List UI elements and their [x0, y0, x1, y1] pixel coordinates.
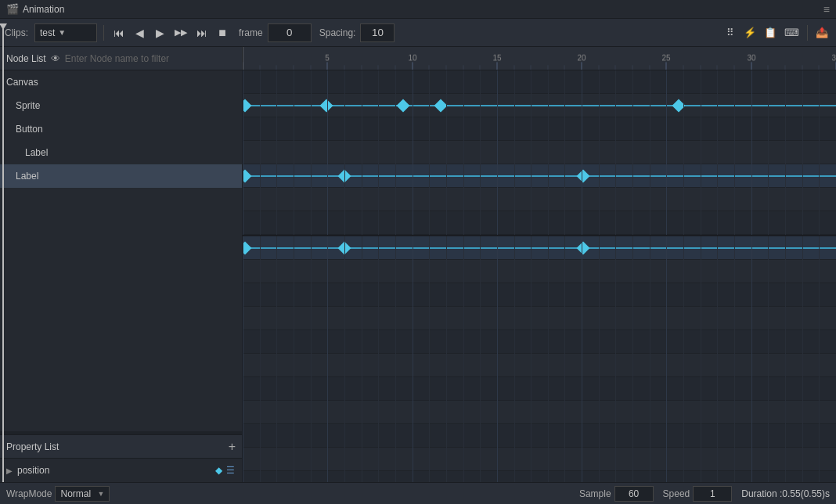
toolbar-right-icons: ⠿ ⚡ 📋 ⌨ 📤: [722, 23, 831, 43]
property-list-area: Property List + ▶ position ◆ ☰: [0, 434, 242, 482]
skip-end-button[interactable]: ⏭: [193, 23, 211, 43]
status-bar: WrapMode Normal ▼ Sample 60 Speed 1 Dura…: [0, 482, 836, 504]
prop-track-empty-7: [243, 401, 836, 424]
keyframe-label2-1[interactable]: [243, 169, 251, 182]
node-label-canvas: Canvas: [6, 77, 38, 88]
left-panel: Node List 👁 Canvas Sprite Button Label L…: [0, 47, 243, 482]
prop-track-empty-5: [243, 354, 836, 377]
toolbar: Clips: test ▼ ⏮ ◀ ▶ ▶▶ ⏭ ■ frame Spacing…: [0, 19, 836, 47]
sample-label: Sample: [579, 488, 611, 499]
keyframe-sprite-3[interactable]: [397, 99, 410, 112]
keyframe-sprite-4[interactable]: [434, 99, 448, 112]
track-sprite: [243, 94, 836, 117]
property-list-icon[interactable]: ☰: [225, 464, 236, 477]
keyframe-grid-icon[interactable]: ⠿: [722, 23, 739, 43]
ruler-canvas: [243, 47, 836, 70]
wrapmode-value-text: Normal: [60, 488, 91, 499]
node-item-sprite[interactable]: Sprite: [0, 94, 242, 117]
node-item-button[interactable]: Button: [0, 117, 242, 141]
node-label-label2: Label: [16, 171, 38, 182]
node-label-button: Button: [16, 124, 43, 135]
prop-track-empty-2: [243, 283, 836, 307]
property-tracks: [243, 236, 836, 482]
keyframe-pos-3[interactable]: [577, 241, 590, 254]
keyboard-icon[interactable]: ⌨: [781, 23, 802, 43]
step-back-button[interactable]: ◀: [131, 23, 148, 43]
clips-label: Clips:: [5, 27, 28, 38]
keyframe-sprite-2[interactable]: [320, 99, 333, 112]
menu-icon[interactable]: ≡: [823, 3, 830, 16]
duration-text: Duration :0.55(0.55)s: [741, 488, 830, 499]
keyframe-sprite-1[interactable]: [243, 99, 251, 112]
toolbar-sep-1: [103, 25, 104, 41]
window-title: Animation: [23, 4, 64, 15]
property-expand-icon[interactable]: ▶: [6, 466, 13, 475]
keyframe-label2-3[interactable]: [577, 169, 590, 182]
node-list-header: Node List 👁: [0, 47, 242, 70]
node-item-label1[interactable]: Label: [0, 141, 242, 164]
spacing-input[interactable]: [360, 23, 395, 42]
speed-value[interactable]: 1: [693, 486, 732, 502]
node-tracks: ⚡ ⚡: [243, 70, 836, 235]
add-property-button[interactable]: +: [229, 441, 236, 453]
snap-icon[interactable]: 📋: [761, 23, 780, 43]
node-filter-input[interactable]: [65, 53, 236, 64]
keyframe-label2-2[interactable]: [338, 169, 351, 182]
keyframe-pos-2[interactable]: [338, 241, 351, 254]
export-icon[interactable]: 📤: [813, 23, 831, 43]
track-label1: [243, 141, 836, 164]
position-track-line: [243, 247, 836, 249]
play-button[interactable]: ▶: [151, 23, 168, 43]
property-item-position[interactable]: ▶ position ◆ ☰: [0, 459, 242, 482]
node-list-title: Node List: [6, 53, 46, 64]
keyframe-sprite-5[interactable]: [672, 99, 686, 112]
prop-track-empty-3: [243, 307, 836, 330]
prop-track-empty-4: [243, 330, 836, 354]
clip-dropdown-arrow: ▼: [58, 28, 66, 37]
property-diamond-icon[interactable]: ◆: [214, 464, 223, 477]
node-item-canvas[interactable]: Canvas: [0, 70, 242, 94]
track-button: [243, 117, 836, 141]
clip-name: test: [40, 27, 55, 38]
step-forward-button[interactable]: ▶▶: [171, 23, 190, 43]
keyframe-pos-1[interactable]: [243, 241, 251, 254]
timeline-ruler[interactable]: [243, 47, 836, 70]
frame-input[interactable]: [268, 23, 312, 42]
wrapmode-item: WrapMode Normal ▼: [6, 486, 110, 502]
sample-value[interactable]: 60: [614, 486, 654, 502]
speed-item: Speed 1: [663, 486, 733, 502]
bezier-icon[interactable]: ⚡: [741, 23, 759, 43]
prop-track-empty-9: [243, 448, 836, 471]
track-label2: [243, 164, 836, 188]
spacing-label: Spacing:: [319, 27, 356, 38]
toolbar-sep-2: [807, 25, 808, 41]
node-label-label1: Label: [25, 147, 48, 158]
skip-start-button[interactable]: ⏮: [110, 23, 128, 43]
property-name-position: position: [17, 465, 49, 476]
property-list-title: Property List: [6, 441, 59, 452]
label2-track-line: [243, 175, 836, 177]
track-empty-2: [243, 211, 836, 235]
clip-select[interactable]: test ▼: [34, 23, 97, 42]
property-icons: ◆ ☰: [214, 464, 236, 477]
wrapmode-select[interactable]: Normal ▼: [55, 486, 110, 502]
node-tree: Canvas Sprite Button Label Label: [0, 70, 242, 431]
prop-track-empty-1: [243, 260, 836, 283]
track-position: [243, 236, 836, 260]
timeline-panel: ⚡ ⚡: [243, 47, 836, 482]
stop-button[interactable]: ■: [214, 23, 231, 43]
visibility-icon[interactable]: 👁: [51, 53, 60, 64]
track-canvas: [243, 70, 836, 94]
prop-track-empty-6: [243, 377, 836, 401]
track-empty-1: [243, 188, 836, 211]
wrapmode-arrow: ▼: [98, 490, 105, 498]
title-bar: 🎬 Animation ≡: [0, 0, 836, 19]
property-list-header: Property List +: [0, 435, 242, 459]
animation-icon: 🎬: [6, 3, 19, 15]
node-item-label2[interactable]: Label: [0, 164, 242, 188]
sample-item: Sample 60: [579, 486, 654, 502]
prop-track-empty-8: [243, 424, 836, 448]
wrapmode-label: WrapMode: [6, 488, 52, 499]
main-area: Node List 👁 Canvas Sprite Button Label L…: [0, 47, 836, 482]
node-label-sprite: Sprite: [16, 100, 40, 111]
